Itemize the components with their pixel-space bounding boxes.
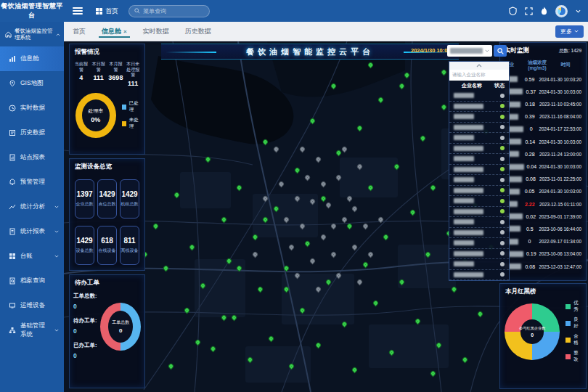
tab-信息舱[interactable]: 信息舱× bbox=[102, 22, 127, 41]
map-pin-green[interactable] bbox=[309, 118, 317, 125]
map-pin-green[interactable] bbox=[204, 156, 211, 163]
chevron-down-icon[interactable] bbox=[576, 9, 581, 13]
realtime-row[interactable]: 0.142024-01-30 10:03:00 bbox=[500, 136, 586, 148]
map-pin-gray[interactable] bbox=[340, 216, 348, 223]
map-pin-gray[interactable] bbox=[272, 145, 279, 152]
map-pin-gray[interactable] bbox=[367, 250, 374, 258]
map-pin-green[interactable] bbox=[330, 83, 338, 90]
map-pin-green[interactable] bbox=[367, 184, 374, 192]
map-pin-gray[interactable] bbox=[377, 216, 385, 223]
map-pin-green[interactable] bbox=[189, 244, 196, 251]
map-pin-green[interactable] bbox=[319, 195, 327, 202]
dropdown-collapse-button[interactable] bbox=[449, 62, 509, 70]
company-list-item[interactable] bbox=[449, 249, 509, 260]
company-list-item[interactable] bbox=[449, 112, 509, 123]
map-pin-green[interactable] bbox=[440, 68, 447, 75]
sidebar-item-report[interactable]: 站点报表 bbox=[0, 145, 64, 170]
map-pin-green[interactable] bbox=[404, 72, 411, 79]
map-pin-green[interactable] bbox=[461, 356, 468, 363]
map-pin-gray[interactable] bbox=[325, 202, 332, 209]
company-list-item[interactable] bbox=[449, 123, 509, 134]
close-icon[interactable]: × bbox=[123, 28, 127, 35]
company-list-item[interactable] bbox=[449, 91, 509, 102]
map-pin-green[interactable] bbox=[399, 279, 406, 286]
realtime-row[interactable]: 0.392023-11-16 08:04:00 bbox=[500, 110, 586, 123]
map-pin-green[interactable] bbox=[383, 233, 390, 240]
sidebar-item-clock[interactable]: 实时数据 bbox=[0, 96, 64, 121]
map-pin-green[interactable] bbox=[257, 286, 264, 293]
company-list-item[interactable] bbox=[449, 175, 509, 186]
map-pin-gray[interactable] bbox=[330, 250, 338, 258]
map-pin-gray[interactable] bbox=[288, 244, 295, 251]
map-pin-gray[interactable] bbox=[298, 145, 306, 152]
company-select[interactable] bbox=[447, 45, 492, 57]
company-list-item[interactable] bbox=[449, 270, 509, 281]
realtime-row[interactable]: 0.182023-11-10 03:45:00 bbox=[500, 98, 586, 110]
map-pin-gray[interactable] bbox=[304, 173, 311, 181]
map-pin-green[interactable] bbox=[314, 342, 322, 349]
realtime-row[interactable]: 0.082023-12-03 12:47:00 bbox=[500, 260, 586, 272]
map-pin-gray[interactable] bbox=[346, 195, 353, 202]
menu-search-input[interactable]: 菜单查询 bbox=[128, 5, 210, 17]
map-pin-gray[interactable] bbox=[314, 156, 322, 163]
realtime-row[interactable]: 2.222023-12-15 01:11:00 bbox=[500, 197, 586, 210]
map-pin-gray[interactable] bbox=[335, 173, 343, 181]
map-pin-green[interactable] bbox=[251, 233, 258, 240]
map-pin-green[interactable] bbox=[246, 356, 253, 363]
map-pin-green[interactable] bbox=[340, 321, 348, 328]
map-pin-green[interactable] bbox=[409, 208, 416, 216]
map-pin-gray[interactable] bbox=[362, 223, 369, 230]
company-list-item[interactable] bbox=[449, 259, 509, 270]
tab-首页[interactable]: 首页 bbox=[73, 22, 86, 41]
map-pin-gray[interactable] bbox=[293, 195, 301, 202]
company-name-input[interactable]: 请输入企业名称 bbox=[449, 70, 509, 81]
map-pin-green[interactable] bbox=[435, 342, 442, 349]
realtime-row[interactable]: 0.592024-01-30 10:03:20 bbox=[500, 73, 586, 86]
company-list-item[interactable] bbox=[449, 165, 509, 176]
map-pin-green[interactable] bbox=[262, 216, 269, 223]
map-pin-green[interactable] bbox=[288, 363, 295, 370]
avatar[interactable] bbox=[555, 5, 568, 17]
map-pin-green[interactable] bbox=[210, 346, 217, 353]
map-pin-green[interactable] bbox=[372, 300, 380, 307]
realtime-row[interactable]: 0.022023-09-01 17:39:00 bbox=[500, 211, 586, 223]
map-pin-green[interactable] bbox=[414, 317, 421, 324]
more-button[interactable]: 更多 bbox=[555, 25, 584, 38]
map-pin-gray[interactable] bbox=[309, 258, 317, 265]
realtime-row[interactable]: 0.192023-10-06 13:04:00 bbox=[500, 248, 586, 260]
map-pin-green[interactable] bbox=[184, 307, 191, 314]
sidebar-item-map[interactable]: GIS地图 bbox=[0, 71, 64, 96]
map-pin-green[interactable] bbox=[440, 103, 447, 110]
company-list-item[interactable] bbox=[449, 228, 509, 239]
map-pin-green[interactable] bbox=[152, 223, 159, 230]
breadcrumb[interactable]: 首页 bbox=[96, 7, 118, 16]
map-pin-gray[interactable] bbox=[309, 198, 317, 205]
realtime-row[interactable]: 0.052024-01-30 10:03:00 bbox=[500, 185, 586, 197]
tab-历史数据[interactable]: 历史数据 bbox=[185, 22, 211, 41]
realtime-row[interactable]: 0.042024-01-30 10:03:00 bbox=[500, 160, 586, 173]
sidebar-item-doc[interactable]: 统计报表 bbox=[0, 219, 64, 244]
map-pin-green[interactable] bbox=[293, 166, 301, 173]
map-pin-green[interactable] bbox=[283, 286, 290, 293]
map-pin-green[interactable] bbox=[362, 261, 369, 269]
shield-icon[interactable] bbox=[509, 7, 517, 15]
company-search-button[interactable] bbox=[494, 45, 507, 57]
sidebar-item-chart[interactable]: 统计分析 bbox=[0, 195, 64, 219]
sidebar-item-alert[interactable]: 预警管理 bbox=[0, 170, 64, 195]
map-pin-green[interactable] bbox=[377, 97, 385, 104]
company-list-item[interactable] bbox=[449, 186, 509, 197]
realtime-row[interactable]: 0.52023-10-06 16:44:00 bbox=[500, 223, 586, 235]
map-pin-green[interactable] bbox=[346, 223, 353, 230]
realtime-row[interactable]: 02024-01-17 22:53:00 bbox=[500, 123, 586, 135]
sidebar-item-history[interactable]: 历史数据 bbox=[0, 121, 64, 145]
company-list-item[interactable] bbox=[449, 154, 509, 165]
map-pin-gray[interactable] bbox=[319, 181, 327, 188]
sidebar-item-sitemap[interactable]: 基础管理系统 bbox=[0, 318, 64, 343]
map-pin-green[interactable] bbox=[399, 83, 406, 90]
realtime-row[interactable]: 0.082023-11-01 22:25:00 bbox=[500, 173, 586, 185]
sidebar-item-dashboard[interactable]: 信息舱 bbox=[0, 46, 64, 71]
realtime-row[interactable]: 0.372024-01-30 10:03:00 bbox=[500, 86, 586, 98]
map-pin-green[interactable] bbox=[388, 349, 395, 356]
map-pin-green[interactable] bbox=[163, 265, 170, 272]
company-list-item[interactable] bbox=[449, 133, 509, 144]
